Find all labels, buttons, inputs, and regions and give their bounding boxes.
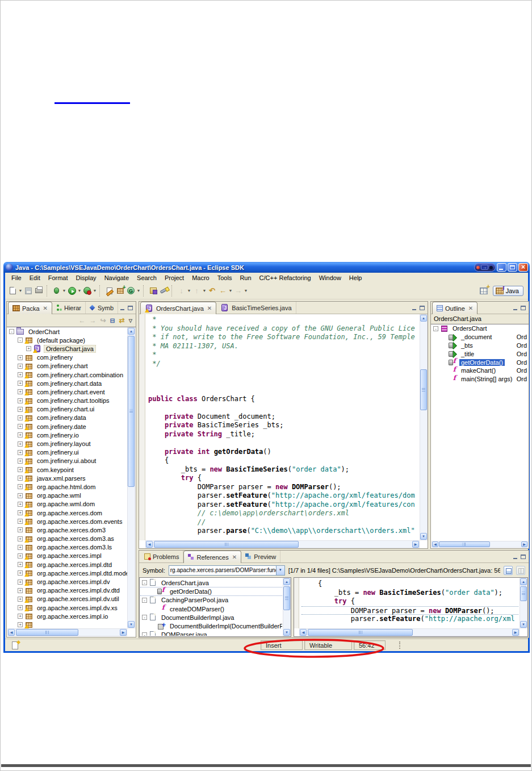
package-tree-item[interactable]: -(default package) xyxy=(7,336,127,344)
package-tree-item[interactable]: +org.apache.html.dom xyxy=(7,482,127,491)
view-menu-icon[interactable]: ▽ xyxy=(129,318,132,323)
scroll-right-icon[interactable]: ▶ xyxy=(512,629,519,636)
expand-toggle-icon[interactable]: + xyxy=(18,570,23,576)
maximize-view-icon[interactable] xyxy=(420,306,425,310)
minimize-view-icon[interactable] xyxy=(513,555,518,559)
menu-project[interactable]: Project xyxy=(161,274,188,282)
java-perspective-button[interactable]: Java xyxy=(493,286,523,296)
package-tree-item[interactable]: +org.apache.xerces.impl.dtd.models xyxy=(7,569,127,577)
forward-icon[interactable]: → xyxy=(233,285,244,296)
run-icon[interactable] xyxy=(66,285,77,296)
scrollbar-thumb[interactable] xyxy=(439,541,490,547)
collapse-toggle-icon[interactable]: - xyxy=(18,337,23,343)
layout-toggle-button[interactable] xyxy=(516,566,525,575)
package-tree-item[interactable]: +com.jrefinery.date xyxy=(7,422,127,431)
scroll-up-icon[interactable]: ▲ xyxy=(128,328,135,335)
package-tree-item[interactable]: +com.jrefinery.chart.data xyxy=(7,379,127,387)
scrollbar-thumb[interactable] xyxy=(154,541,299,548)
close-icon[interactable]: ✕ xyxy=(207,305,212,311)
open-perspective-icon[interactable] xyxy=(479,285,489,296)
back-icon[interactable]: ← xyxy=(217,285,228,296)
tab-hierarchy[interactable]: Hierar xyxy=(52,302,86,314)
package-tree-item[interactable]: +org.apache.xerces.impl.dtd xyxy=(7,560,127,569)
vertical-scrollbar[interactable]: ▲ ▼ xyxy=(283,578,291,636)
expand-toggle-icon[interactable]: + xyxy=(18,484,23,489)
outline-item[interactable]: getOrderData()Ord xyxy=(432,358,527,366)
expand-toggle-icon[interactable]: + xyxy=(18,355,23,360)
external-tools-dropdown-icon[interactable]: ▼ xyxy=(93,289,97,293)
window-titlebar[interactable]: Java - C:\Samples\VSEJavaDemo\OrderChart… xyxy=(3,262,530,273)
package-tree-item[interactable]: +com.jrefinery.data xyxy=(7,414,127,422)
outline-item[interactable]: _titleOrd xyxy=(432,349,527,358)
maximize-button[interactable] xyxy=(508,263,517,272)
scroll-down-icon[interactable]: ▼ xyxy=(520,621,527,628)
maximize-view-icon[interactable] xyxy=(521,555,526,559)
package-tree-item[interactable]: +org.apache.xerces.dom3.ls xyxy=(7,543,127,552)
scrollbar-thumb[interactable] xyxy=(283,586,290,610)
hyperlink-underline[interactable] xyxy=(55,102,130,104)
scroll-left-icon[interactable]: ◀ xyxy=(300,629,307,636)
scroll-right-icon[interactable]: ▶ xyxy=(412,541,419,548)
scroll-down-icon[interactable]: ▼ xyxy=(283,629,290,636)
tab-basictimeseries-java[interactable]: BasicTimeSeries.java xyxy=(216,302,296,314)
menu-tools[interactable]: Tools xyxy=(213,274,236,282)
reference-item[interactable]: createDOMParser() xyxy=(140,605,282,613)
minimize-view-icon[interactable] xyxy=(513,306,518,310)
expand-toggle-icon[interactable]: + xyxy=(18,476,23,481)
menu-window[interactable]: Window xyxy=(315,274,345,282)
vertical-scrollbar[interactable]: ▲ ▼ xyxy=(127,327,135,628)
chevron-down-icon[interactable]: ▼ xyxy=(276,566,284,575)
package-tree-item[interactable]: +org.apache.xerces.impl.dv.dtd xyxy=(7,586,127,595)
minimize-view-icon[interactable] xyxy=(412,306,417,310)
collapse-toggle-icon[interactable]: - xyxy=(433,326,438,331)
outline-item[interactable]: makeChart()Ord xyxy=(432,366,527,375)
expand-toggle-icon[interactable]: + xyxy=(18,580,23,585)
menu-c-c-refactoring[interactable]: C/C++ Refactoring xyxy=(255,274,315,282)
fast-view-icon[interactable] xyxy=(11,641,20,649)
scroll-left-icon[interactable]: ◀ xyxy=(8,629,15,636)
close-icon[interactable]: ✕ xyxy=(43,305,48,311)
package-tree-item[interactable]: +org.apache.xerces.dom xyxy=(7,509,127,517)
expand-toggle-icon[interactable]: + xyxy=(18,493,23,498)
tab-references[interactable]: References ✕ xyxy=(183,551,241,563)
expand-toggle-icon[interactable]: + xyxy=(18,389,23,394)
next-annotation-dropdown-icon[interactable]: ▼ xyxy=(187,289,191,293)
expand-toggle-icon[interactable]: + xyxy=(18,622,23,627)
vertical-scrollbar[interactable]: ▲ ▼ xyxy=(420,314,428,540)
recorder-capsule-button[interactable]: → xyxy=(474,263,496,272)
tab-orderschart-java[interactable]: OrdersChart.java ✕ xyxy=(140,302,216,314)
scrollbar-thumb[interactable] xyxy=(520,586,527,601)
outline-item[interactable]: -OrdersChart xyxy=(432,324,527,333)
reference-item[interactable]: DocumentBuilderImpl(DocumentBuilderFacto… xyxy=(140,622,282,630)
menu-run[interactable]: Run xyxy=(236,274,255,282)
expand-toggle-icon[interactable]: + xyxy=(18,510,23,515)
symbol-combobox[interactable]: rg.apache.xerces.parsers/DOMParser:func)… xyxy=(169,565,285,576)
package-tree-item[interactable]: +javax.xml.parsers xyxy=(7,474,127,482)
back-icon[interactable]: ← xyxy=(79,316,86,324)
scroll-left-icon[interactable]: ◀ xyxy=(432,541,438,547)
package-tree-item[interactable]: -OrderChart xyxy=(7,327,127,336)
outline-item[interactable]: _documentOrd xyxy=(432,333,527,341)
expand-toggle-icon[interactable]: + xyxy=(18,398,23,403)
new-snippet-icon[interactable] xyxy=(104,285,115,296)
debug-dropdown-icon[interactable]: ▼ xyxy=(62,289,66,293)
expand-toggle-icon[interactable]: + xyxy=(18,562,23,567)
horizontal-scrollbar[interactable]: ◀ ▶ xyxy=(7,628,127,636)
close-icon[interactable]: ✕ xyxy=(468,305,473,311)
maximize-view-icon[interactable] xyxy=(521,306,526,310)
debug-icon[interactable] xyxy=(51,285,62,296)
preview-code[interactable]: { _bts = new BasicTimeSeries("order data… xyxy=(301,580,518,627)
expand-toggle-icon[interactable]: + xyxy=(26,346,31,351)
expand-toggle-icon[interactable]: + xyxy=(18,424,23,429)
expand-toggle-icon[interactable]: + xyxy=(18,467,23,472)
package-tree-item[interactable]: +com.jrefinery.chart.ui xyxy=(7,405,127,414)
expand-toggle-icon[interactable]: + xyxy=(18,519,23,524)
tab-package-explorer[interactable]: Packa ✕ xyxy=(8,302,52,314)
scroll-up-icon[interactable]: ▲ xyxy=(283,578,290,585)
maximize-view-icon[interactable] xyxy=(128,306,133,310)
scroll-down-icon[interactable]: ▼ xyxy=(420,533,427,540)
new-java-class-icon[interactable]: G xyxy=(125,285,136,296)
expand-toggle-icon[interactable]: + xyxy=(18,588,23,593)
go-into-icon[interactable]: ↪ xyxy=(100,316,106,324)
scroll-right-icon[interactable]: ▶ xyxy=(521,541,527,547)
